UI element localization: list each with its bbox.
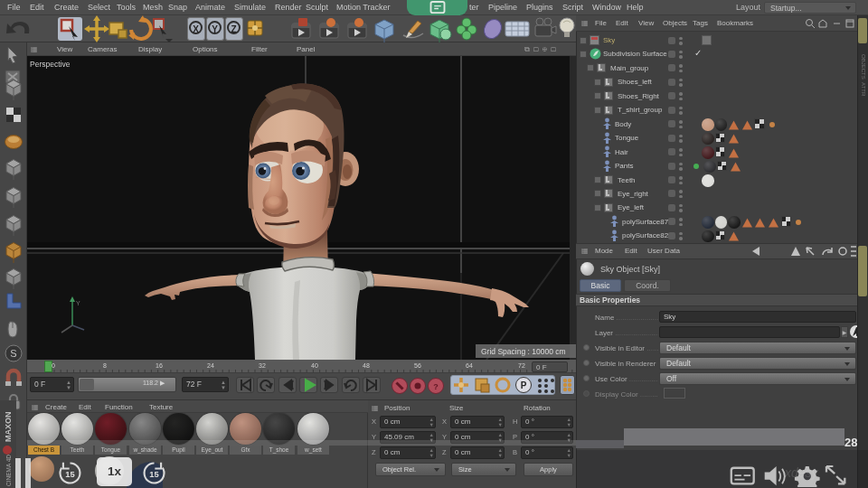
svg-text:72: 72 <box>518 362 525 369</box>
svg-text:40: 40 <box>311 362 318 369</box>
svg-text:32: 32 <box>259 362 266 369</box>
svg-text:24: 24 <box>207 362 214 369</box>
svg-text:Y: Y <box>76 300 80 306</box>
svg-text:S: S <box>10 348 16 359</box>
svg-text:48: 48 <box>363 362 370 369</box>
svg-text:CINEMA 4D: CINEMA 4D <box>5 455 12 486</box>
svg-text:56: 56 <box>414 362 421 369</box>
svg-text:15: 15 <box>65 470 74 479</box>
svg-text:64: 64 <box>466 362 473 369</box>
svg-text:Grid Spacing : 10000 cm: Grid Spacing : 10000 cm <box>481 347 566 356</box>
svg-text:8: 8 <box>103 362 107 369</box>
svg-text:MAXON: MAXON <box>4 412 13 443</box>
svg-text:15: 15 <box>149 470 158 479</box>
svg-text:0: 0 <box>52 362 55 369</box>
svg-text:Perspective: Perspective <box>30 60 71 69</box>
svg-text:16: 16 <box>156 362 163 369</box>
svg-text:?: ? <box>433 382 439 391</box>
svg-text:P: P <box>521 380 527 390</box>
